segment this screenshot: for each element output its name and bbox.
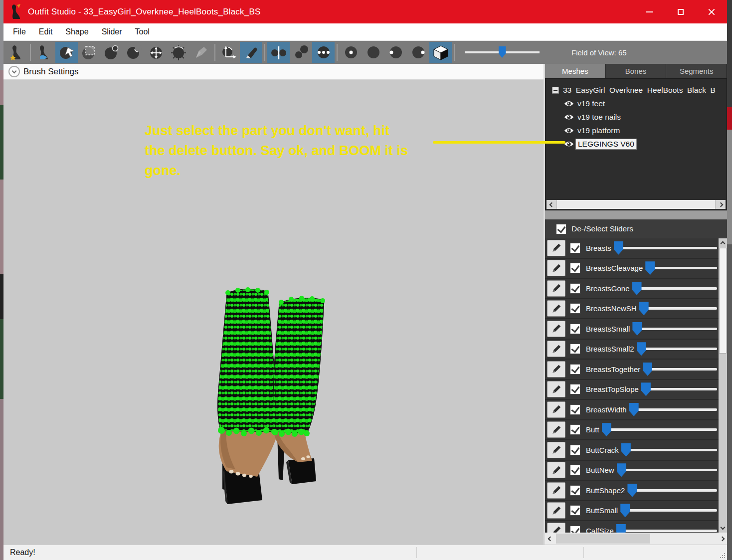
slider-track[interactable] <box>629 403 718 416</box>
minimize-button[interactable] <box>634 0 665 23</box>
slider-track[interactable] <box>645 261 718 275</box>
slider-checkbox[interactable] <box>570 384 580 394</box>
slider-checkbox[interactable] <box>570 465 580 475</box>
slider-track[interactable] <box>627 484 718 497</box>
inflate-brush-button[interactable] <box>100 42 123 63</box>
slider-checkbox[interactable] <box>570 424 580 435</box>
edit-slider-button[interactable] <box>547 280 565 297</box>
slider-handle[interactable] <box>602 423 611 436</box>
light-front-button[interactable] <box>340 42 362 63</box>
slider-checkbox[interactable] <box>570 283 580 294</box>
mesh-tree-hscrollbar[interactable] <box>545 199 727 210</box>
edit-slider-button[interactable] <box>547 523 565 533</box>
deselect-sliders-checkbox[interactable] <box>556 224 566 234</box>
slider-track[interactable] <box>637 342 718 356</box>
eye-icon[interactable] <box>564 100 574 107</box>
perspective-cube-button[interactable] <box>429 42 452 63</box>
light-off-button[interactable] <box>362 42 384 63</box>
light-right-button[interactable] <box>407 42 429 63</box>
edit-pen-button[interactable] <box>240 42 262 63</box>
slider-handle[interactable] <box>614 241 623 255</box>
smooth-brush-button[interactable] <box>168 42 190 63</box>
slider-handle[interactable] <box>632 282 642 295</box>
eye-icon[interactable] <box>564 141 574 148</box>
slider-handle[interactable] <box>639 302 649 315</box>
mesh-tree-item[interactable]: v19 platform <box>552 124 727 137</box>
edit-slider-button[interactable] <box>547 321 565 337</box>
resize-grip[interactable] <box>719 552 725 558</box>
edit-slider-button[interactable] <box>547 502 565 519</box>
slider-checkbox[interactable] <box>570 263 580 273</box>
mesh-tree-item[interactable]: LEGGINGS V60 <box>552 137 727 151</box>
slider-handle[interactable] <box>616 524 626 533</box>
load-project-button[interactable] <box>33 42 55 63</box>
scroll-left-arrow[interactable] <box>547 200 556 209</box>
slider-track[interactable] <box>614 241 718 255</box>
edit-slider-button[interactable] <box>547 260 565 276</box>
slider-checkbox[interactable] <box>570 404 580 415</box>
edit-slider-button[interactable] <box>547 462 565 478</box>
slider-handle[interactable] <box>621 443 631 457</box>
slider-track[interactable] <box>616 524 718 533</box>
slider-checkbox[interactable] <box>570 243 580 253</box>
3d-viewport[interactable]: Just select the part you don't want, hit… <box>3 80 544 545</box>
slider-checkbox[interactable] <box>570 324 580 334</box>
slider-handle[interactable] <box>645 261 655 275</box>
slider-track[interactable] <box>602 423 718 436</box>
scroll-down-arrow[interactable] <box>719 524 727 533</box>
close-button[interactable] <box>696 0 727 23</box>
scroll-right-arrow[interactable] <box>717 534 727 543</box>
move-brush-button[interactable] <box>145 42 168 63</box>
edit-slider-button[interactable] <box>547 381 565 397</box>
light-left-button[interactable] <box>384 42 407 63</box>
deflate-brush-button[interactable] <box>123 42 145 63</box>
edit-slider-button[interactable] <box>547 421 565 438</box>
mask-brush-button[interactable] <box>78 42 100 63</box>
slider-handle[interactable] <box>629 403 639 416</box>
scrollbar-thumb[interactable] <box>719 248 727 354</box>
slider-handle[interactable] <box>632 322 642 336</box>
scrollbar-thumb[interactable] <box>556 200 716 209</box>
eye-icon[interactable] <box>564 114 574 121</box>
new-project-button[interactable] <box>5 42 28 63</box>
slider-checkbox[interactable] <box>570 505 580 516</box>
edit-slider-button[interactable] <box>547 300 565 317</box>
slider-handle[interactable] <box>637 342 646 356</box>
collapse-icon[interactable] <box>552 87 559 94</box>
slider-handle[interactable] <box>617 463 626 477</box>
menu-item-slider[interactable]: Slider <box>95 23 129 40</box>
slider-track[interactable] <box>621 443 718 457</box>
connected-only-button[interactable] <box>290 42 312 63</box>
scroll-right-arrow[interactable] <box>716 200 726 209</box>
slider-checkbox[interactable] <box>570 445 580 455</box>
menu-item-edit[interactable]: Edit <box>32 23 59 40</box>
slider-checkbox[interactable] <box>570 526 580 533</box>
select-brush-button[interactable] <box>55 42 78 63</box>
edit-slider-button[interactable] <box>547 341 565 357</box>
brush-settings-toggle[interactable]: Brush Settings <box>3 64 544 80</box>
slider-track[interactable] <box>632 322 718 336</box>
slider-track[interactable] <box>632 282 718 295</box>
menu-item-shape[interactable]: Shape <box>59 23 95 40</box>
slider-handle[interactable] <box>627 484 637 497</box>
edit-slider-button[interactable] <box>547 240 565 256</box>
eye-icon[interactable] <box>564 127 574 134</box>
slider-handle[interactable] <box>643 363 652 376</box>
slider-track[interactable] <box>641 382 718 396</box>
slider-vscrollbar[interactable] <box>719 238 727 533</box>
slider-track[interactable] <box>620 504 718 517</box>
maximize-button[interactable] <box>665 0 696 23</box>
scrollbar-thumb[interactable] <box>556 534 650 544</box>
slider-checkbox[interactable] <box>570 344 580 354</box>
mesh-tree-item[interactable]: v19 feet <box>552 97 727 110</box>
edit-slider-button[interactable] <box>547 482 565 499</box>
transform-tool-button[interactable] <box>217 42 240 63</box>
slider-track[interactable] <box>639 302 718 315</box>
fov-slider[interactable] <box>465 46 540 59</box>
slider-checkbox[interactable] <box>570 364 580 374</box>
menu-item-tool[interactable]: Tool <box>129 23 156 40</box>
edit-slider-button[interactable] <box>547 401 565 418</box>
scroll-up-arrow[interactable] <box>719 238 727 247</box>
mesh-tree-item[interactable]: v19 toe nails <box>552 110 727 124</box>
scroll-left-arrow[interactable] <box>545 534 555 543</box>
